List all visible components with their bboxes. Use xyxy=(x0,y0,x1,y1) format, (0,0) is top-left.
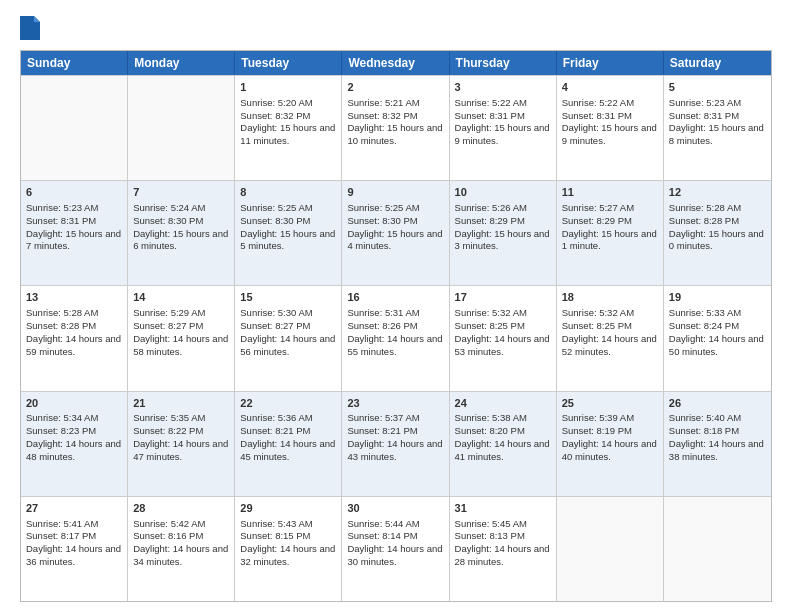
day-info: Sunset: 8:32 PM xyxy=(240,110,336,123)
calendar-header-cell: Friday xyxy=(557,51,664,75)
day-info: Sunrise: 5:43 AM xyxy=(240,518,336,531)
calendar-cell: 21Sunrise: 5:35 AMSunset: 8:22 PMDayligh… xyxy=(128,392,235,496)
calendar-cell: 2Sunrise: 5:21 AMSunset: 8:32 PMDaylight… xyxy=(342,76,449,180)
logo-icon xyxy=(20,16,40,40)
day-info: Daylight: 14 hours and 30 minutes. xyxy=(347,543,443,569)
day-number: 30 xyxy=(347,501,443,516)
calendar-header-cell: Sunday xyxy=(21,51,128,75)
day-info: Sunrise: 5:39 AM xyxy=(562,412,658,425)
day-info: Sunset: 8:32 PM xyxy=(347,110,443,123)
calendar-cell: 10Sunrise: 5:26 AMSunset: 8:29 PMDayligh… xyxy=(450,181,557,285)
calendar-cell: 11Sunrise: 5:27 AMSunset: 8:29 PMDayligh… xyxy=(557,181,664,285)
day-number: 13 xyxy=(26,290,122,305)
day-info: Daylight: 14 hours and 55 minutes. xyxy=(347,333,443,359)
day-info: Sunset: 8:23 PM xyxy=(26,425,122,438)
day-info: Daylight: 14 hours and 58 minutes. xyxy=(133,333,229,359)
day-info: Sunset: 8:30 PM xyxy=(347,215,443,228)
day-info: Sunrise: 5:36 AM xyxy=(240,412,336,425)
day-number: 8 xyxy=(240,185,336,200)
day-info: Sunrise: 5:20 AM xyxy=(240,97,336,110)
day-info: Sunrise: 5:24 AM xyxy=(133,202,229,215)
day-number: 15 xyxy=(240,290,336,305)
day-info: Sunset: 8:31 PM xyxy=(562,110,658,123)
calendar-row: 6Sunrise: 5:23 AMSunset: 8:31 PMDaylight… xyxy=(21,180,771,285)
day-info: Daylight: 14 hours and 41 minutes. xyxy=(455,438,551,464)
day-info: Sunrise: 5:32 AM xyxy=(562,307,658,320)
day-info: Sunset: 8:18 PM xyxy=(669,425,766,438)
calendar-cell: 19Sunrise: 5:33 AMSunset: 8:24 PMDayligh… xyxy=(664,286,771,390)
day-info: Daylight: 15 hours and 0 minutes. xyxy=(669,228,766,254)
day-number: 20 xyxy=(26,396,122,411)
day-info: Sunrise: 5:45 AM xyxy=(455,518,551,531)
day-info: Sunset: 8:28 PM xyxy=(26,320,122,333)
calendar-cell: 24Sunrise: 5:38 AMSunset: 8:20 PMDayligh… xyxy=(450,392,557,496)
calendar-header-cell: Saturday xyxy=(664,51,771,75)
day-info: Sunset: 8:31 PM xyxy=(669,110,766,123)
day-info: Sunrise: 5:25 AM xyxy=(240,202,336,215)
day-info: Sunset: 8:16 PM xyxy=(133,530,229,543)
calendar-cell: 17Sunrise: 5:32 AMSunset: 8:25 PMDayligh… xyxy=(450,286,557,390)
day-info: Sunset: 8:27 PM xyxy=(240,320,336,333)
day-info: Sunset: 8:25 PM xyxy=(562,320,658,333)
calendar-cell: 20Sunrise: 5:34 AMSunset: 8:23 PMDayligh… xyxy=(21,392,128,496)
calendar-header-cell: Thursday xyxy=(450,51,557,75)
day-info: Daylight: 14 hours and 59 minutes. xyxy=(26,333,122,359)
day-info: Sunrise: 5:22 AM xyxy=(455,97,551,110)
day-info: Sunrise: 5:34 AM xyxy=(26,412,122,425)
calendar-cell xyxy=(21,76,128,180)
day-info: Sunrise: 5:22 AM xyxy=(562,97,658,110)
day-number: 29 xyxy=(240,501,336,516)
calendar-header: SundayMondayTuesdayWednesdayThursdayFrid… xyxy=(21,51,771,75)
day-number: 6 xyxy=(26,185,122,200)
day-number: 9 xyxy=(347,185,443,200)
day-number: 14 xyxy=(133,290,229,305)
calendar-cell: 26Sunrise: 5:40 AMSunset: 8:18 PMDayligh… xyxy=(664,392,771,496)
day-info: Sunrise: 5:28 AM xyxy=(669,202,766,215)
calendar-cell: 9Sunrise: 5:25 AMSunset: 8:30 PMDaylight… xyxy=(342,181,449,285)
day-info: Sunrise: 5:38 AM xyxy=(455,412,551,425)
day-info: Daylight: 14 hours and 50 minutes. xyxy=(669,333,766,359)
calendar-cell: 15Sunrise: 5:30 AMSunset: 8:27 PMDayligh… xyxy=(235,286,342,390)
calendar-cell: 29Sunrise: 5:43 AMSunset: 8:15 PMDayligh… xyxy=(235,497,342,601)
day-info: Sunset: 8:24 PM xyxy=(669,320,766,333)
day-number: 22 xyxy=(240,396,336,411)
calendar-row: 13Sunrise: 5:28 AMSunset: 8:28 PMDayligh… xyxy=(21,285,771,390)
day-info: Sunset: 8:30 PM xyxy=(133,215,229,228)
day-info: Sunrise: 5:23 AM xyxy=(669,97,766,110)
day-info: Daylight: 15 hours and 11 minutes. xyxy=(240,122,336,148)
calendar-cell: 12Sunrise: 5:28 AMSunset: 8:28 PMDayligh… xyxy=(664,181,771,285)
day-info: Sunrise: 5:44 AM xyxy=(347,518,443,531)
day-number: 11 xyxy=(562,185,658,200)
day-info: Daylight: 15 hours and 1 minute. xyxy=(562,228,658,254)
day-number: 7 xyxy=(133,185,229,200)
day-info: Sunrise: 5:33 AM xyxy=(669,307,766,320)
day-number: 17 xyxy=(455,290,551,305)
day-info: Sunset: 8:25 PM xyxy=(455,320,551,333)
calendar-cell xyxy=(664,497,771,601)
day-info: Daylight: 14 hours and 28 minutes. xyxy=(455,543,551,569)
day-number: 26 xyxy=(669,396,766,411)
page: SundayMondayTuesdayWednesdayThursdayFrid… xyxy=(0,0,792,612)
day-number: 3 xyxy=(455,80,551,95)
day-number: 18 xyxy=(562,290,658,305)
calendar-cell: 3Sunrise: 5:22 AMSunset: 8:31 PMDaylight… xyxy=(450,76,557,180)
day-number: 5 xyxy=(669,80,766,95)
calendar-cell: 18Sunrise: 5:32 AMSunset: 8:25 PMDayligh… xyxy=(557,286,664,390)
day-info: Daylight: 14 hours and 32 minutes. xyxy=(240,543,336,569)
day-info: Sunrise: 5:42 AM xyxy=(133,518,229,531)
day-number: 31 xyxy=(455,501,551,516)
day-number: 24 xyxy=(455,396,551,411)
svg-marker-1 xyxy=(34,16,40,22)
day-number: 19 xyxy=(669,290,766,305)
day-number: 23 xyxy=(347,396,443,411)
day-number: 2 xyxy=(347,80,443,95)
day-number: 4 xyxy=(562,80,658,95)
day-number: 1 xyxy=(240,80,336,95)
calendar-header-cell: Wednesday xyxy=(342,51,449,75)
calendar-cell: 25Sunrise: 5:39 AMSunset: 8:19 PMDayligh… xyxy=(557,392,664,496)
calendar-cell: 4Sunrise: 5:22 AMSunset: 8:31 PMDaylight… xyxy=(557,76,664,180)
day-info: Daylight: 14 hours and 40 minutes. xyxy=(562,438,658,464)
calendar-cell: 28Sunrise: 5:42 AMSunset: 8:16 PMDayligh… xyxy=(128,497,235,601)
calendar-cell: 23Sunrise: 5:37 AMSunset: 8:21 PMDayligh… xyxy=(342,392,449,496)
day-info: Sunrise: 5:41 AM xyxy=(26,518,122,531)
